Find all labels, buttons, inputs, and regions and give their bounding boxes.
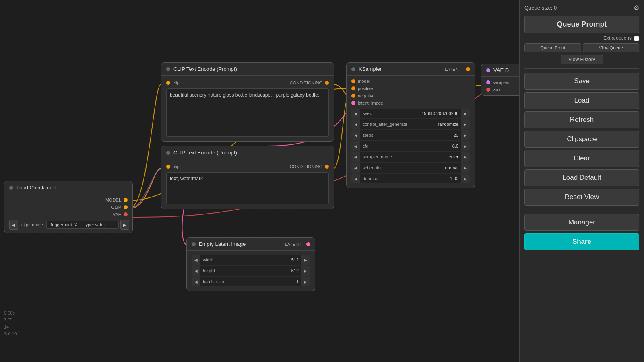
ksampler-header: KSampler LATENT xyxy=(347,63,475,76)
ksampler-param-row-3: ◀ cfg 8.0 ▶ xyxy=(351,141,470,151)
ksampler-status-dot xyxy=(351,67,355,71)
clip-negative-text[interactable]: text, watermark xyxy=(166,172,329,204)
ksampler-param-value-5: normal xyxy=(429,165,461,170)
clip-negative-header: CLIP Text Encode (Prompt) xyxy=(161,146,334,159)
ksampler-param-prev-0[interactable]: ◀ xyxy=(351,109,360,118)
samples-dot xyxy=(486,80,490,84)
ksampler-node: KSampler LATENT model positive negative xyxy=(346,62,475,188)
conditioning-neg-out-port: CONDITIONING xyxy=(290,164,329,169)
ckpt-value: Juggernaut_XL_Hyper.safet... xyxy=(46,221,119,229)
ksampler-param-next-6[interactable]: ▶ xyxy=(461,174,470,183)
negative-in-port: negative xyxy=(351,93,470,98)
reset-view-button[interactable]: Reset View xyxy=(524,189,639,206)
clear-button[interactable]: Clear xyxy=(524,150,639,167)
latent-param-row-2: ◀ batch_size 1 ▶ xyxy=(192,277,310,286)
gear-icon[interactable]: ⚙ xyxy=(634,4,639,12)
model-in-dot xyxy=(351,79,355,83)
view-history-row: View History xyxy=(524,55,639,64)
queue-prompt-button[interactable]: Queue Prompt xyxy=(524,16,639,33)
latent-param-next-0[interactable]: ▶ xyxy=(301,255,310,265)
empty-latent-status-dot xyxy=(192,242,196,246)
ksampler-param-name-3: cfg xyxy=(360,144,429,148)
clip-port-label: CLIP xyxy=(111,205,121,210)
clip-negative-node: CLIP Text Encode (Prompt) clip CONDITION… xyxy=(161,146,334,209)
negative-in-label: negative xyxy=(358,93,375,98)
load-button[interactable]: Load xyxy=(524,92,639,109)
latent-param-value-1: 512 xyxy=(269,268,301,273)
canvas-area: Load Checkpoint MODEL CLIP VAE ◀ ckp xyxy=(0,0,519,362)
ksampler-param-next-4[interactable]: ▶ xyxy=(461,152,470,162)
empty-latent-header: Empty Latent Image LATENT xyxy=(187,238,315,251)
ksampler-param-row-4: ◀ sampler_name euler ▶ xyxy=(351,152,470,162)
vae-in-label: vae xyxy=(493,87,500,92)
ksampler-param-next-2[interactable]: ▶ xyxy=(461,130,470,140)
bottom-status: 0.00s 7 [7] 14 S:0.19 xyxy=(4,310,17,338)
ksampler-param-prev-4[interactable]: ◀ xyxy=(351,152,360,162)
queue-size-label: Queue size: 0 xyxy=(524,5,557,11)
vae-in-dot xyxy=(486,88,490,92)
ksampler-param-next-0[interactable]: ▶ xyxy=(461,109,470,118)
conditioning-out-label: CONDITIONING xyxy=(290,80,322,85)
sidebar: Queue size: 0 ⚙ Queue Prompt Extra optio… xyxy=(519,0,644,362)
latent-param-next-2[interactable]: ▶ xyxy=(301,277,310,286)
view-queue-button[interactable]: View Queue xyxy=(583,43,640,52)
ksampler-params: ◀ seed 156680208700286 ▶ ◀ control_after… xyxy=(351,109,470,183)
latent-out-dot xyxy=(306,242,310,246)
latent-param-row-0: ◀ width 512 ▶ xyxy=(192,255,310,265)
share-button[interactable]: Share xyxy=(524,233,639,250)
ksampler-param-name-6: denoise xyxy=(360,176,429,181)
load-checkpoint-title: Load Checkpoint xyxy=(17,185,56,191)
vae-port-label: VAE xyxy=(113,212,121,217)
ksampler-param-prev-6[interactable]: ◀ xyxy=(351,174,360,183)
model-port-dot xyxy=(124,198,128,202)
latent-image-in-dot xyxy=(351,101,355,105)
ckpt-prev-btn[interactable]: ◀ xyxy=(9,220,18,230)
ksampler-param-prev-2[interactable]: ◀ xyxy=(351,130,360,140)
clipspace-button[interactable]: Clipspace xyxy=(524,131,639,148)
refresh-button[interactable]: Refresh xyxy=(524,111,639,128)
clip-negative-title: CLIP Text Encode (Prompt) xyxy=(173,150,237,156)
manager-button[interactable]: Manager xyxy=(524,214,639,231)
ksampler-param-next-1[interactable]: ▶ xyxy=(461,119,470,129)
empty-latent-body: ◀ width 512 ▶ ◀ height 512 ▶ ◀ batch_siz… xyxy=(187,251,315,291)
clip-positive-status-dot xyxy=(166,67,170,71)
ksampler-param-prev-5[interactable]: ◀ xyxy=(351,163,360,173)
extra-options-label: Extra options xyxy=(603,35,632,41)
view-history-button[interactable]: View History xyxy=(561,55,603,64)
latent-param-prev-2[interactable]: ◀ xyxy=(192,277,200,286)
ckpt-param-row: ◀ ckpt_name Juggernaut_XL_Hyper.safet...… xyxy=(9,220,128,230)
clip-neg-in-label: clip xyxy=(173,164,180,169)
latent-param-prev-1[interactable]: ◀ xyxy=(192,266,200,276)
ksampler-param-prev-1[interactable]: ◀ xyxy=(351,119,360,129)
model-port-label: MODEL xyxy=(105,197,121,202)
conditioning-neg-out-label: CONDITIONING xyxy=(290,164,322,169)
save-button[interactable]: Save xyxy=(524,73,639,90)
clip-negative-body: clip CONDITIONING text, watermark xyxy=(161,159,334,209)
ksampler-param-name-0: seed xyxy=(360,111,419,116)
ksampler-param-next-5[interactable]: ▶ xyxy=(461,163,470,173)
ckpt-next-btn[interactable]: ▶ xyxy=(120,220,129,230)
ksampler-param-value-3: 8.0 xyxy=(429,144,461,148)
samples-label: samples xyxy=(493,80,509,85)
ksampler-param-name-5: scheduler xyxy=(360,165,429,170)
extra-options-checkbox[interactable] xyxy=(634,36,639,41)
clip-positive-text[interactable]: beautiful scenery nature glass bottle la… xyxy=(166,88,329,137)
latent-param-next-1[interactable]: ▶ xyxy=(301,266,310,276)
latent-param-prev-0[interactable]: ◀ xyxy=(192,255,200,265)
ksampler-param-prev-3[interactable]: ◀ xyxy=(351,141,360,151)
positive-in-label: positive xyxy=(358,86,373,91)
load-default-button[interactable]: Load Default xyxy=(524,169,639,186)
ksampler-param-row-0: ◀ seed 156680208700286 ▶ xyxy=(351,109,470,118)
ksampler-param-next-3[interactable]: ▶ xyxy=(461,141,470,151)
conditioning-out-dot xyxy=(325,81,329,85)
ksampler-param-value-4: euler xyxy=(429,154,461,159)
vae-decode-header: VAE D xyxy=(481,64,519,77)
status-line-1: 0.00s xyxy=(4,310,17,317)
clip-neg-in-dot xyxy=(166,165,170,169)
clip-negative-port-row: clip CONDITIONING xyxy=(166,162,329,171)
ckpt-param-name: ckpt_name xyxy=(21,222,43,227)
checkpoint-ports: MODEL CLIP VAE xyxy=(9,197,128,217)
latent-param-row-1: ◀ height 512 ▶ xyxy=(192,266,310,276)
clip-in-label: clip xyxy=(173,80,180,85)
queue-front-button[interactable]: Queue Front xyxy=(524,43,581,52)
